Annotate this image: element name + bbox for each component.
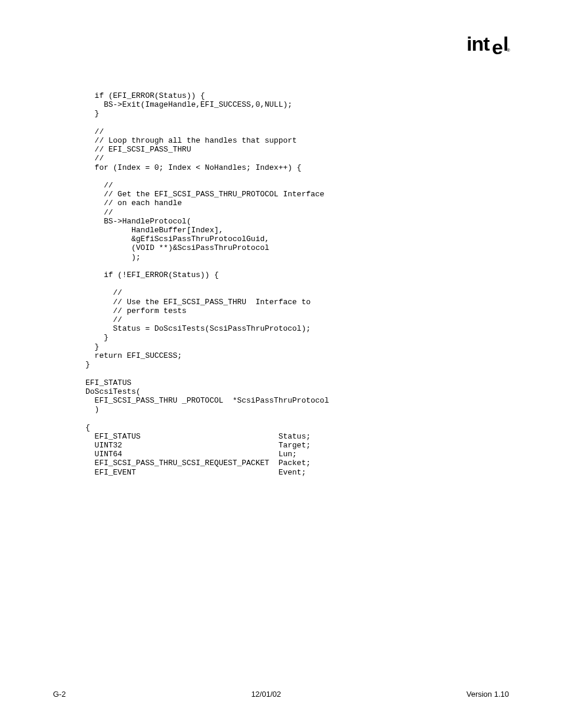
footer-center: 12/01/02 [251, 690, 281, 699]
footer-right: Version 1.10 [467, 690, 509, 699]
svg-text:int: int [467, 34, 490, 55]
code-block: if (EFI_ERROR(Status)) { BS->Exit(ImageH… [85, 91, 329, 477]
svg-text:®: ® [507, 48, 510, 53]
footer-left: G-2 [53, 690, 66, 699]
footer: G-2 12/01/02 Version 1.10 [53, 690, 509, 699]
svg-text:e: e [492, 36, 503, 58]
page: int e l ® if (EFI_ERROR(Status)) { BS->E… [0, 0, 562, 728]
intel-logo: int e l ® [467, 34, 510, 58]
